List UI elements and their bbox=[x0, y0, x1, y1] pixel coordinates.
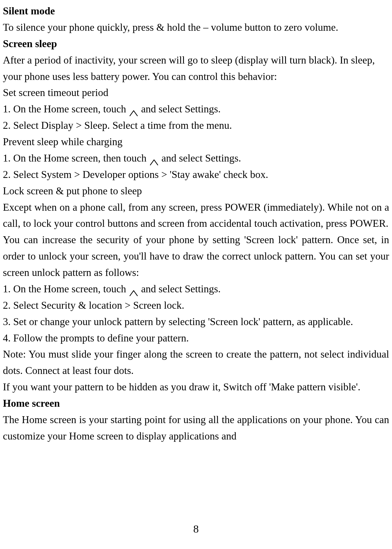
timeout-step-2: 2. Select Display > Sleep. Select a time… bbox=[3, 117, 389, 134]
lock-step-1: 1. On the Home screen, touch and select … bbox=[3, 281, 389, 297]
heading-silent-mode: Silent mode bbox=[3, 3, 389, 19]
pattern-note: Note: You must slide your finger along t… bbox=[3, 346, 389, 379]
set-timeout-heading: Set screen timeout period bbox=[3, 85, 389, 101]
lock-heading: Lock screen & put phone to sleep bbox=[3, 183, 389, 199]
heading-screen-sleep: Screen sleep bbox=[3, 36, 389, 52]
step-text: 1. On the Home screen, then touch bbox=[3, 152, 149, 164]
step-text: 1. On the Home screen, touch bbox=[3, 283, 129, 295]
heading-home-screen: Home screen bbox=[3, 395, 389, 412]
prevent-step-1: 1. On the Home screen, then touch and se… bbox=[3, 150, 389, 166]
screen-sleep-intro: After a period of inactivity, your scree… bbox=[3, 52, 389, 85]
lock-step-4: 4. Follow the prompts to define your pat… bbox=[3, 330, 389, 346]
lock-step-2: 2. Select Security & location > Screen l… bbox=[3, 297, 389, 314]
up-arrow-icon bbox=[129, 105, 139, 113]
page-number: 8 bbox=[0, 520, 392, 538]
step-text: and select Settings. bbox=[139, 283, 221, 295]
step-text: and select Settings. bbox=[159, 152, 241, 164]
silent-mode-body: To silence your phone quickly, press & h… bbox=[3, 19, 389, 36]
prevent-step-2: 2. Select System > Developer options > '… bbox=[3, 166, 389, 183]
step-text: and select Settings. bbox=[139, 103, 221, 115]
lock-step-3: 3. Set or change your unlock pattern by … bbox=[3, 314, 389, 330]
step-text: 1. On the Home screen, touch bbox=[3, 103, 129, 115]
home-screen-body: The Home screen is your starting point f… bbox=[3, 412, 389, 444]
lock-body-2: You can increase the security of your ph… bbox=[3, 232, 389, 281]
up-arrow-icon bbox=[129, 285, 139, 293]
up-arrow-icon bbox=[149, 155, 159, 162]
timeout-step-1: 1. On the Home screen, touch and select … bbox=[3, 101, 389, 117]
pattern-hidden: If you want your pattern to be hidden as… bbox=[3, 379, 389, 395]
prevent-sleep-heading: Prevent sleep while charging bbox=[3, 134, 389, 150]
lock-body-1: Except when on a phone call, from any sc… bbox=[3, 199, 389, 232]
